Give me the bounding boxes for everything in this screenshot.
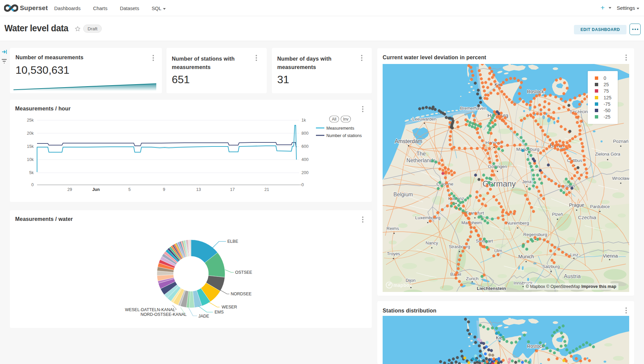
svg-text:Munich: Munich: [518, 254, 534, 259]
svg-text:WESEL-DATTELN-KANAL: WESEL-DATTELN-KANAL: [125, 307, 175, 312]
svg-text:Amsterdam: Amsterdam: [395, 138, 422, 144]
svg-text:ELBE: ELBE: [227, 239, 238, 244]
svg-text:OSTSEE: OSTSEE: [235, 270, 252, 275]
svg-text:WESER: WESER: [222, 305, 237, 309]
svg-text:Pardubice: Pardubice: [590, 204, 610, 209]
svg-text:Poznań: Poznań: [613, 139, 629, 144]
svg-text:Wrocław: Wrocław: [612, 176, 629, 181]
svg-text:Zurich: Zurich: [466, 276, 479, 281]
svg-text:NORDSEE: NORDSEE: [231, 292, 252, 296]
svg-text:Bremerhaven: Bremerhaven: [460, 106, 486, 111]
svg-text:The: The: [416, 151, 426, 157]
svg-text:Reims: Reims: [387, 226, 399, 231]
svg-text:Leeuwarden: Leeuwarden: [412, 117, 437, 122]
svg-text:Liechtenstein: Liechtenstein: [477, 286, 506, 291]
svg-text:Prague: Prague: [569, 202, 584, 208]
svg-text:Mannheim: Mannheim: [461, 220, 482, 225]
svg-text:Göttingen: Göttingen: [488, 164, 507, 169]
svg-text:JADE: JADE: [198, 314, 209, 319]
svg-text:Jena: Jena: [522, 179, 532, 184]
svg-text:Luxembourg: Luxembourg: [415, 215, 440, 220]
svg-text:Plzeň: Plzeň: [552, 212, 563, 217]
svg-text:Belgium: Belgium: [393, 192, 413, 197]
svg-text:Nuremberg: Nuremberg: [506, 221, 529, 226]
svg-text:Vienna: Vienna: [603, 253, 618, 259]
svg-text:Ulm: Ulm: [494, 248, 502, 253]
svg-text:Czechia: Czechia: [578, 214, 597, 220]
svg-text:Linz: Linz: [570, 252, 578, 257]
svg-text:NORD-OSTSEE-KANAL: NORD-OSTSEE-KANAL: [140, 312, 187, 317]
svg-text:Nancy: Nancy: [426, 240, 438, 245]
svg-text:Troyes: Troyes: [387, 251, 400, 256]
svg-text:Rostock: Rostock: [527, 89, 545, 94]
svg-text:EMS: EMS: [215, 310, 224, 315]
svg-text:Rostock: Rostock: [527, 343, 545, 349]
svg-text:mapbox: mapbox: [393, 283, 412, 288]
svg-text:Austria: Austria: [564, 273, 581, 279]
svg-text:Salzburg: Salzburg: [542, 264, 559, 269]
svg-text:Zielona Góra: Zielona Góra: [595, 152, 620, 157]
